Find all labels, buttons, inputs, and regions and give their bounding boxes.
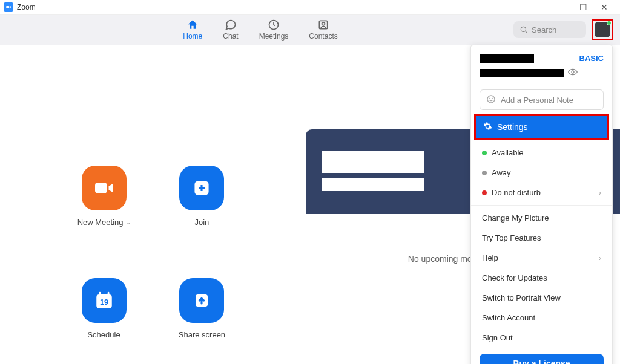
portrait-view-item[interactable]: Switch to Portrait View: [471, 288, 612, 308]
chat-icon: [225, 19, 237, 31]
svg-point-3: [322, 22, 325, 25]
hero-time-redacted: [322, 151, 424, 173]
video-icon: [82, 166, 127, 210]
share-screen-button[interactable]: Share screen: [176, 278, 229, 364]
try-features-item[interactable]: Try Top Features: [471, 228, 612, 248]
search-placeholder: Search: [532, 25, 556, 34]
buy-license-button[interactable]: Buy a License: [480, 354, 604, 364]
window-titlebar: Zoom — ☐ ✕: [0, 0, 620, 15]
svg-point-13: [487, 96, 495, 103]
svg-rect-0: [6, 5, 9, 8]
presence-indicator-icon: [607, 21, 612, 25]
home-actions-panel: New Meeting ⌄ Join 19 Schedule: [0, 45, 306, 364]
tab-home-label: Home: [183, 32, 202, 41]
plus-icon: [179, 166, 224, 210]
new-meeting-label: New Meeting: [78, 218, 124, 227]
plan-badge: BASIC: [579, 54, 604, 63]
status-away-label: Away: [492, 168, 511, 177]
maximize-button[interactable]: ☐: [579, 2, 587, 12]
svg-rect-5: [95, 183, 107, 193]
search-icon: [519, 25, 528, 34]
status-away[interactable]: Away: [471, 163, 612, 183]
gear-icon: [483, 122, 492, 132]
svg-point-15: [492, 98, 493, 99]
share-icon: [179, 278, 224, 323]
svg-point-14: [490, 98, 490, 99]
new-meeting-button[interactable]: New Meeting ⌄: [78, 166, 131, 252]
tab-chat[interactable]: Chat: [223, 19, 238, 41]
chevron-right-icon: ›: [599, 254, 601, 262]
switch-account-item[interactable]: Switch Account: [471, 308, 612, 328]
tab-contacts[interactable]: Contacts: [309, 19, 337, 41]
chevron-right-icon: ›: [599, 189, 601, 197]
calendar-icon: 19: [82, 278, 127, 323]
clock-icon: [268, 19, 280, 31]
share-screen-label: Share screen: [179, 330, 225, 339]
status-dnd-label: Do not disturb: [492, 188, 541, 197]
schedule-label: Schedule: [87, 330, 120, 339]
settings-label: Settings: [497, 122, 528, 132]
search-input[interactable]: Search: [513, 21, 586, 38]
status-dot-gray-icon: [482, 171, 487, 175]
tab-meetings-label: Meetings: [259, 32, 289, 41]
join-button[interactable]: Join: [176, 166, 229, 252]
chevron-down-icon[interactable]: ⌄: [126, 219, 131, 226]
svg-rect-8: [99, 292, 101, 296]
schedule-button[interactable]: 19 Schedule: [78, 278, 131, 364]
personal-note-input[interactable]: Add a Personal Note: [480, 89, 604, 110]
eye-icon[interactable]: [568, 67, 578, 79]
profile-avatar-button[interactable]: [592, 19, 613, 40]
tab-home[interactable]: Home: [183, 19, 202, 41]
menu-divider: [471, 205, 612, 206]
profile-name-redacted: [480, 54, 534, 63]
help-item[interactable]: Help ›: [471, 248, 612, 268]
svg-point-12: [572, 71, 574, 73]
svg-text:19: 19: [99, 297, 108, 307]
profile-email-redacted: [480, 69, 564, 77]
status-available-label: Available: [492, 148, 524, 157]
tab-meetings[interactable]: Meetings: [259, 19, 289, 41]
status-dot-red-icon: [482, 190, 487, 195]
smiley-icon: [486, 94, 496, 106]
top-navbar: Home Chat Meetings Contacts Search: [0, 15, 620, 45]
status-dot-green-icon: [482, 151, 487, 155]
zoom-app-icon: [4, 2, 13, 12]
settings-menu-item[interactable]: Settings: [476, 116, 607, 138]
svg-rect-9: [107, 292, 109, 296]
status-available[interactable]: Available: [471, 143, 612, 163]
status-dnd[interactable]: Do not disturb ›: [471, 183, 612, 203]
tab-chat-label: Chat: [223, 32, 238, 41]
home-icon: [186, 19, 199, 31]
contacts-icon: [317, 19, 329, 31]
join-label: Join: [195, 218, 209, 227]
avatar: [595, 22, 610, 37]
window-title: Zoom: [17, 3, 36, 11]
sign-out-item[interactable]: Sign Out: [471, 328, 612, 348]
tab-contacts-label: Contacts: [309, 32, 337, 41]
profile-dropdown: BASIC Add a Personal Note Settings Avail…: [470, 45, 613, 364]
svg-point-4: [521, 27, 526, 31]
personal-note-placeholder: Add a Personal Note: [501, 96, 573, 105]
hero-date-redacted: [322, 178, 424, 191]
minimize-button[interactable]: —: [558, 2, 566, 12]
change-picture-item[interactable]: Change My Picture: [471, 208, 612, 228]
check-updates-item[interactable]: Check for Updates: [471, 268, 612, 288]
close-button[interactable]: ✕: [601, 2, 608, 12]
